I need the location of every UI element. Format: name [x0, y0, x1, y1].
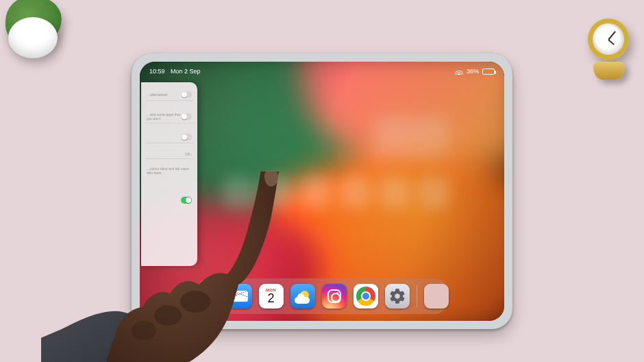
- settings-row-label: …alternatives: [147, 93, 181, 97]
- decorative-plant: [0, 0, 75, 65]
- battery-icon: [482, 69, 495, 75]
- dock: MON 2: [196, 278, 448, 314]
- phone-icon: [201, 289, 215, 303]
- app-library-icon[interactable]: [424, 284, 449, 309]
- home-icons-blurred: [222, 177, 449, 213]
- instagram-app-icon[interactable]: [322, 284, 347, 309]
- calendar-app-icon[interactable]: MON 2: [259, 284, 284, 309]
- settings-row[interactable]: …and some apps that you don't: [145, 110, 193, 123]
- chrome-icon: [356, 287, 375, 306]
- status-bar: 10:59 Mon 2 Sep 36%: [140, 65, 504, 77]
- mail-icon: [232, 291, 248, 302]
- calendar-day: 2: [267, 292, 274, 304]
- weather-app-icon[interactable]: [290, 284, 315, 309]
- gear-icon: [388, 287, 406, 305]
- home-widget-blurred: [374, 117, 449, 158]
- toggle-switch[interactable]: [181, 113, 192, 120]
- phone-app-icon[interactable]: [196, 284, 221, 309]
- settings-row[interactable]: [145, 132, 193, 143]
- settings-row-value: Off ›: [185, 152, 192, 156]
- decorative-desk-clock: [582, 17, 634, 82]
- ipad-screen[interactable]: 10:59 Mon 2 Sep 36% …alternatives …and s…: [140, 62, 504, 321]
- settings-panel-slideover[interactable]: …alternatives …and some apps that you do…: [141, 82, 197, 266]
- toggle-switch[interactable]: [181, 134, 192, 141]
- chrome-app-icon[interactable]: [354, 284, 378, 309]
- mail-app-icon[interactable]: [227, 284, 252, 309]
- battery-percent: 36%: [467, 68, 479, 75]
- settings-row[interactable]: Off ›: [145, 150, 193, 159]
- cloud-icon: [295, 297, 310, 304]
- wifi-icon: [455, 69, 463, 75]
- settings-row: …colour blind and aid users who have: [145, 165, 193, 177]
- settings-row-label: …colour blind and aid users who have: [147, 167, 192, 175]
- settings-row[interactable]: …alternatives: [145, 89, 193, 101]
- instagram-icon: [327, 289, 341, 303]
- toggle-switch[interactable]: [181, 91, 192, 98]
- toggle-switch[interactable]: [181, 197, 192, 204]
- dock-separator: [417, 285, 417, 307]
- ipad-device: 10:59 Mon 2 Sep 36% …alternatives …and s…: [132, 53, 512, 329]
- settings-row-label: …and some apps that you don't: [147, 112, 181, 121]
- settings-row[interactable]: [145, 195, 193, 206]
- status-date: Mon 2 Sep: [171, 68, 201, 75]
- settings-app-icon[interactable]: [385, 284, 410, 309]
- status-time: 10:59: [149, 68, 165, 75]
